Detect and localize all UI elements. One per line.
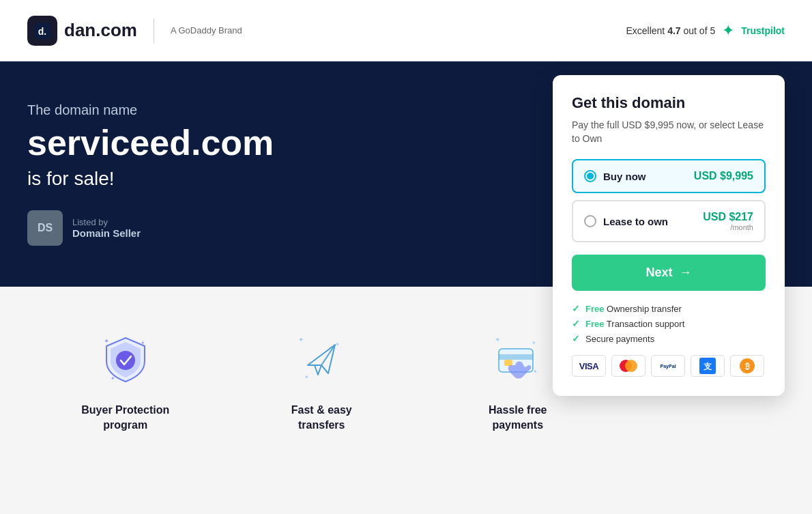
svg-text:₿: ₿ <box>745 362 750 371</box>
hero-section: The domain name serviceed.com is for sal… <box>0 61 812 287</box>
feature-fast-transfers-label: Fast & easytransfers <box>291 403 352 433</box>
next-button[interactable]: Next → <box>572 255 766 291</box>
paper-plane-icon: ✦ ✦ ✦ <box>291 328 352 389</box>
logo-text: dan.com <box>64 20 137 41</box>
header-left: d. dan.com A GoDaddy Brand <box>27 16 242 46</box>
seller-name: Domain Seller <box>72 227 141 239</box>
benefit-secure: ✓ Secure payments <box>572 333 766 344</box>
svg-text:✦: ✦ <box>104 337 109 345</box>
hero-forsale: is for sale! <box>27 168 553 190</box>
benefit-ownership: ✓ Free Ownership transfer <box>572 303 766 314</box>
svg-text:支: 支 <box>703 362 712 371</box>
svg-text:✦: ✦ <box>533 369 538 375</box>
benefit-free-2: Free Transaction support <box>585 319 684 329</box>
svg-text:✦: ✦ <box>495 336 500 343</box>
feature-buyer-protection: ✦ ✦ ✦ Buyer Protectionprogram <box>27 328 224 433</box>
seller-details: Listed by Domain Seller <box>72 217 141 239</box>
svg-rect-20 <box>504 360 512 366</box>
seller-info: DS Listed by Domain Seller <box>27 210 553 246</box>
dan-logo[interactable]: d. dan.com <box>27 16 137 46</box>
lease-per-month: /month <box>703 223 753 231</box>
shield-icon: ✦ ✦ ✦ <box>95 328 156 389</box>
svg-point-3 <box>625 360 637 372</box>
buy-now-left: Buy now <box>584 170 646 182</box>
benefit-free-1: Free Ownership transfer <box>585 304 682 314</box>
dan-logo-icon: d. <box>27 16 57 46</box>
hero-subtitle: The domain name <box>27 102 553 118</box>
trustpilot-star-icon: ✦ <box>722 22 734 40</box>
svg-text:✦: ✦ <box>304 374 309 380</box>
benefit-secure-text: Secure payments <box>585 334 654 344</box>
lease-radio <box>584 215 596 227</box>
godaddy-brand: A GoDaddy Brand <box>171 25 242 35</box>
header-divider <box>154 18 154 43</box>
lease-left: Lease to own <box>584 215 668 227</box>
visa-icon: VISA <box>572 355 606 377</box>
trustpilot-label: Trustpilot <box>741 25 785 36</box>
svg-text:✦: ✦ <box>298 336 304 343</box>
card-title: Get this domain <box>572 94 766 112</box>
check-icon: ✓ <box>572 303 580 314</box>
hero-left: The domain name serviceed.com is for sal… <box>27 61 553 287</box>
check-icon-2: ✓ <box>572 318 580 329</box>
benefit-transaction: ✓ Free Transaction support <box>572 318 766 329</box>
lease-option[interactable]: Lease to own USD $217 /month <box>572 200 766 242</box>
hero-domain: serviceed.com <box>27 124 553 162</box>
check-icon-3: ✓ <box>572 333 580 344</box>
feature-buyer-protection-label: Buyer Protectionprogram <box>81 403 169 433</box>
trustpilot-rating: Excellent 4.7 out of 5 <box>626 25 715 36</box>
lease-label: Lease to own <box>603 216 668 227</box>
svg-point-11 <box>116 351 135 370</box>
buy-now-label: Buy now <box>603 171 646 182</box>
lease-price-wrap: USD $217 /month <box>703 211 753 231</box>
bitcoin-icon: ₿ <box>730 355 764 377</box>
svg-text:✦: ✦ <box>335 341 340 347</box>
svg-rect-19 <box>499 354 533 360</box>
header: d. dan.com A GoDaddy Brand Excellent 4.7… <box>0 0 812 61</box>
next-button-label: Next <box>646 266 672 280</box>
seller-listed-by: Listed by <box>72 217 141 227</box>
buy-now-price: USD $9,995 <box>694 170 753 182</box>
payment-icons: VISA PayPal 支 ₿ <box>572 355 766 377</box>
feature-fast-transfers: ✦ ✦ ✦ Fast & easytransfers <box>224 328 420 433</box>
credit-card-icon: ✦ ✦ ✦ <box>487 328 549 389</box>
alipay-icon: 支 <box>691 355 725 377</box>
buy-now-option[interactable]: Buy now USD $9,995 <box>572 159 766 193</box>
header-right: Excellent 4.7 out of 5 ✦ Trustpilot <box>626 22 785 40</box>
feature-hassle-free-label: Hassle freepayments <box>489 403 547 433</box>
avatar: DS <box>27 210 63 246</box>
buy-now-radio <box>584 170 596 182</box>
next-arrow-icon: → <box>680 266 692 280</box>
radio-inner <box>587 173 594 180</box>
paypal-icon: PayPal <box>651 355 685 377</box>
domain-card: Get this domain Pay the full USD $9,995 … <box>553 75 785 396</box>
mastercard-icon <box>611 355 646 377</box>
svg-text:✦: ✦ <box>532 340 536 346</box>
benefits-list: ✓ Free Ownership transfer ✓ Free Transac… <box>572 303 766 344</box>
lease-price: USD $217 <box>703 211 753 223</box>
svg-text:d.: d. <box>38 26 46 37</box>
card-description: Pay the full USD $9,995 now, or select L… <box>572 119 766 145</box>
